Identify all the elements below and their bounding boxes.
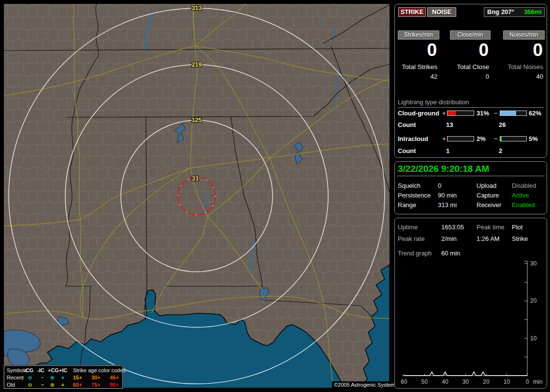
trend-graph-label: Trend graph — [398, 250, 432, 257]
legend-col-neg-ic: -IC — [37, 367, 44, 373]
bearing-value: Bng 207° — [487, 8, 514, 15]
ring-label-313: 313 — [191, 4, 202, 12]
ic-minus-sign: − — [494, 135, 498, 142]
svg-text:10: 10 — [504, 378, 510, 385]
datetime-display: 3/22/2026 9:20:18 AM — [398, 164, 489, 174]
svg-text:0: 0 — [526, 378, 529, 385]
capture-status: Active — [512, 192, 529, 199]
plot-mode-value: Strike — [512, 235, 528, 242]
ring-label-31: 31 — [192, 175, 199, 182]
svg-text:30: 30 — [530, 260, 537, 267]
ic-plus-pct: 2% — [477, 135, 486, 142]
svg-text:60: 60 — [401, 378, 407, 385]
noises-rate-value: 0 — [502, 40, 543, 60]
cg-count-label: Count — [398, 121, 416, 128]
legend-age-header: Strike age color codes — [73, 367, 126, 373]
neg-cg-recent-icon: ⊖ — [25, 375, 35, 381]
strikes-rate-value: 0 — [397, 40, 437, 60]
neg-cg-old-icon: ⊖ — [25, 382, 35, 388]
svg-text:20: 20 — [483, 378, 490, 385]
range-label: Range — [398, 201, 416, 209]
intracloud-label: Intracloud — [398, 135, 428, 142]
svg-text:10: 10 — [530, 335, 537, 342]
cg-plus-sign: + — [442, 110, 446, 117]
squelch-label: Squelch — [398, 182, 420, 189]
status-divider — [397, 176, 545, 176]
pos-cg-old-icon: ⊕ — [47, 382, 57, 388]
cg-minus-pct: 62% — [529, 110, 541, 117]
pos-cg-recent-icon: ⊕ — [47, 375, 57, 381]
cg-minus-count: 26 — [499, 121, 506, 128]
capture-label: Capture — [477, 192, 499, 199]
cg-plus-count: 13 — [446, 121, 453, 128]
age-90: 90+ — [110, 382, 119, 388]
cg-plus-bar — [447, 111, 474, 116]
age-45: 45+ — [110, 375, 119, 380]
total-strikes-label: Total Strikes — [397, 63, 437, 70]
total-strikes-value: 42 — [397, 73, 437, 80]
cg-minus-sign: − — [494, 110, 498, 117]
peak-rate-label: Peak rate — [398, 235, 425, 242]
peak-time-label: Peak time — [477, 224, 505, 231]
svg-text:20: 20 — [530, 297, 537, 304]
legend-col-pos-cg: +CG — [48, 367, 59, 373]
trend-panel: Uptime 1653:05 Peak time Plot Peak rate … — [394, 218, 547, 389]
cloud-ground-label: Cloud-ground — [398, 110, 439, 117]
svg-text:30: 30 — [463, 378, 469, 385]
ic-plus-bar — [447, 136, 474, 141]
age-15: 15+ — [73, 375, 82, 380]
map-canvas[interactable]: 313 219 125 31 — [4, 4, 390, 388]
total-close-value: 0 — [448, 73, 489, 80]
distribution-divider — [398, 107, 544, 108]
squelch-value: 0 — [438, 182, 441, 189]
legend-col-neg-cg: -CG — [24, 367, 33, 373]
uptime-label: Uptime — [398, 224, 418, 231]
legend-row-old-label: Old — [7, 382, 15, 388]
neg-ic-recent-icon: − — [38, 375, 47, 380]
ic-plus-sign: + — [442, 135, 446, 142]
map-svg: 313 219 125 31 — [4, 4, 390, 388]
neg-ic-old-icon: − — [38, 382, 47, 388]
persistence-label: Persistence — [398, 192, 431, 199]
ic-minus-bar — [500, 136, 527, 141]
noises-per-min-chip[interactable]: Noises/min — [503, 30, 545, 40]
strikes-per-min-chip[interactable]: Strikes/min — [398, 30, 439, 40]
trend-chart: 1020306050403020100min — [395, 257, 547, 387]
bearing-readout: Bng 207° 356mi — [484, 7, 545, 17]
cg-plus-pct: 31% — [477, 110, 489, 117]
copyright-text: ©2005 Astrogenic Systems — [332, 381, 400, 388]
upload-status: Disabled — [512, 182, 536, 189]
legend-row-recent-label: Recent — [7, 375, 24, 380]
persistence-value: 90 min — [438, 192, 457, 199]
distribution-title: Lightning type distribution — [398, 98, 469, 106]
svg-text:40: 40 — [442, 378, 449, 385]
uptime-value: 1653:05 — [441, 224, 464, 231]
ring-label-125: 125 — [191, 116, 202, 124]
peak-rate-value: 2/min — [441, 235, 457, 242]
peak-time-value: 1:26 AM — [477, 235, 500, 242]
pos-ic-old-icon: + — [58, 382, 68, 388]
bearing-distance: 356mi — [524, 8, 542, 15]
age-60: 60+ — [73, 382, 82, 388]
pos-ic-recent-icon: + — [58, 375, 68, 380]
legend-col-pos-ic: +IC — [59, 367, 67, 373]
ic-minus-count: 2 — [499, 147, 502, 154]
age-30: 30+ — [91, 375, 101, 380]
svg-text:min: min — [533, 378, 542, 385]
total-noises-label: Total Noises — [502, 63, 543, 70]
close-rate-value: 0 — [448, 40, 489, 60]
ring-label-219: 219 — [191, 61, 202, 68]
range-value: 313 mi — [438, 201, 457, 209]
receiver-label: Receiver — [477, 201, 501, 209]
ic-plus-count: 1 — [446, 147, 449, 154]
close-per-min-chip[interactable]: Close/min — [450, 30, 491, 40]
noise-mode-button[interactable]: NOISE — [427, 7, 456, 17]
age-75: 75+ — [91, 382, 101, 388]
total-close-label: Total Close — [448, 63, 489, 70]
svg-text:50: 50 — [421, 378, 428, 385]
strike-mode-button[interactable]: STRIKE — [398, 7, 426, 17]
ic-minus-pct: 5% — [529, 135, 538, 142]
receiver-status: Enabled — [512, 201, 535, 209]
strike-symbol-legend: Symbols -CG -IC +CG +IC Strike age color… — [4, 365, 123, 389]
upload-label: Upload — [477, 182, 496, 189]
